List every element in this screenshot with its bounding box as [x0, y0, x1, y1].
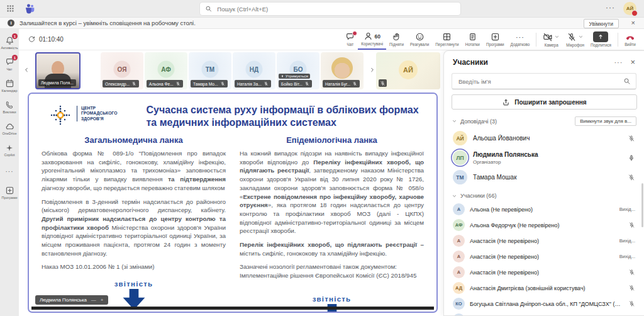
- mic-off-icon[interactable]: [628, 174, 635, 181]
- mic-off-icon[interactable]: [628, 269, 635, 276]
- toolbar-share-button[interactable]: Поділитися: [587, 29, 614, 50]
- sidebar-item-copilot[interactable]: Copilot: [0, 140, 19, 160]
- sidebar-item-calls[interactable]: Виклики: [0, 97, 19, 117]
- sidebar-item-more[interactable]: ···: [0, 161, 19, 181]
- activity-badge: 1: [12, 33, 18, 39]
- video-tile[interactable]: ТМ Тамара Мо...: [189, 52, 231, 89]
- toolbar-view-button[interactable]: Переглянути: [432, 29, 462, 50]
- mic-off-icon[interactable]: [628, 135, 635, 142]
- toolbar-chat-button[interactable]: Чат: [342, 29, 358, 50]
- mic-on-icon[interactable]: [628, 154, 635, 162]
- participant-row[interactable]: А Анастасія (Не перевірено): [444, 264, 644, 280]
- video-tile-speaker[interactable]: Людмила Поля...: [35, 52, 80, 89]
- sidebar-item-chat[interactable]: Чат 1: [0, 54, 19, 74]
- banner-close-icon[interactable]: ×: [631, 19, 635, 26]
- toolbar-separator: [536, 33, 536, 47]
- toolbar-camera-button[interactable]: Камера: [540, 29, 563, 50]
- mic-off-icon: [304, 81, 309, 86]
- toolbar-leave-button[interactable]: Вийти: [621, 29, 639, 50]
- filmstrip-scroll-right-icon[interactable]: [369, 66, 376, 74]
- pause-icon: [280, 74, 284, 78]
- toolbar-raise-hand-button[interactable]: Підняти: [386, 29, 407, 50]
- raise-hand-icon: [392, 32, 401, 42]
- video-tile[interactable]: НД Наталія За...: [233, 52, 275, 89]
- avatar: ТМ: [453, 170, 467, 184]
- mic-off-icon: [567, 32, 577, 42]
- panel-more-button[interactable]: ···: [614, 59, 623, 66]
- meeting-toolbar: 01:10:40 Чат 60 Користувачі Підняти Реаг…: [19, 29, 644, 50]
- video-tile[interactable]: ОЯ Олександр...: [101, 52, 143, 89]
- mic-off-icon: [220, 81, 225, 86]
- participant-row-organizer[interactable]: ЛП Людмила ПолянськаОрганізатор: [444, 148, 644, 167]
- hang-up-icon: [625, 32, 636, 42]
- panel-close-icon[interactable]: ×: [630, 57, 635, 67]
- cloud-icon: [5, 121, 14, 131]
- toolbar-notes-button[interactable]: Нотатки: [462, 29, 483, 50]
- video-tile[interactable]: БО Утримується Бойко Віт...: [277, 52, 319, 89]
- toolbar-react-button[interactable]: Реагували: [407, 29, 432, 50]
- presenters-header[interactable]: Доповідачі (3): [460, 118, 575, 125]
- participant-row[interactable]: КО Богуцька Світлана Дніпроп-ська обл., …: [444, 296, 644, 312]
- participants-panel: Учасники ··· × Поширити запрошення Допов…: [443, 50, 644, 316]
- chevron-down-icon[interactable]: [452, 118, 457, 124]
- mic-off-icon: [379, 79, 387, 87]
- right-column-heading: Епідеміологічна ланка: [240, 135, 424, 145]
- user-avatar[interactable]: АЙ: [623, 2, 636, 15]
- panel-scrollbar[interactable]: [641, 183, 643, 227]
- titlebar-more-button[interactable]: ···: [606, 3, 615, 12]
- enable-notifications-button[interactable]: Увімкнути: [584, 19, 619, 28]
- reporting-label: звітність: [240, 295, 424, 303]
- chevron-down-icon[interactable]: [554, 34, 560, 40]
- avatar: А: [453, 235, 465, 247]
- video-tile-self[interactable]: АЙ: [376, 52, 440, 89]
- app-launcher-waffle-icon[interactable]: [6, 4, 14, 13]
- participant-row[interactable]: БО Бойко Вікторія Валеріївна ОКНП Чернів…: [444, 312, 644, 316]
- participant-row[interactable]: А Анастасія (Не перевірено) Вихід...: [444, 233, 644, 249]
- expand-icon[interactable]: +: [101, 297, 104, 303]
- attendees-header[interactable]: Учасники (66): [460, 193, 636, 199]
- participant-search[interactable]: [452, 73, 636, 89]
- sidebar-item-onedrive[interactable]: OneDrive: [0, 118, 19, 138]
- search-input[interactable]: [216, 5, 455, 13]
- toolbar-separator: [618, 33, 618, 47]
- collapse-icon[interactable]: —: [91, 297, 96, 303]
- participant-row[interactable]: А Альона (Не перевірено) Вихід...: [444, 201, 644, 217]
- search-icon: [623, 77, 631, 85]
- mute-all-button[interactable]: Вимкнути звук для в...: [575, 116, 636, 126]
- camera-off-icon: [543, 32, 553, 42]
- mic-off-icon[interactable]: [628, 300, 635, 307]
- toolbar-people-button[interactable]: 60 Користувачі: [358, 29, 386, 50]
- video-tile[interactable]: АФ Альона Фе...: [145, 52, 187, 89]
- video-filmstrip: Людмила Поля... ОЯ Олександр... АФ Альон…: [19, 51, 443, 91]
- mic-off-icon[interactable]: [628, 285, 635, 291]
- video-tile[interactable]: Наталія Буг...: [321, 52, 364, 89]
- global-search[interactable]: [200, 3, 460, 15]
- participant-row[interactable]: АЙ Альоша Йованович: [444, 128, 644, 148]
- participant-row[interactable]: ТМ Тамара Мошак: [444, 167, 644, 187]
- mic-off-icon: [264, 81, 269, 86]
- toolbar-more-button[interactable]: ··· Додатково: [508, 29, 533, 50]
- participant-row[interactable]: А Анастасія (Не перевірено) Вихід...: [444, 249, 644, 264]
- sidebar-item-apps[interactable]: Програми: [0, 183, 19, 203]
- share-invite-icon: [502, 98, 510, 106]
- sidebar-item-calendar[interactable]: Календар: [0, 76, 19, 96]
- chevron-down-icon[interactable]: [578, 34, 584, 40]
- avatar-photo: [331, 57, 353, 79]
- presenter-name-pill[interactable]: Людмила Полянська — +: [35, 295, 108, 305]
- slide-column-left: Загальномедична ланка Облікова форма № 0…: [42, 134, 226, 313]
- teams-logo-icon[interactable]: [25, 3, 35, 14]
- participant-search-input[interactable]: [457, 77, 619, 86]
- mic-off-icon[interactable]: [628, 222, 635, 229]
- participant-count: 60: [374, 33, 380, 40]
- chevron-down-icon[interactable]: [452, 193, 457, 199]
- toolbar-mic-button[interactable]: Мікрофон: [563, 29, 587, 50]
- participant-row[interactable]: АФ Альона Федорчук (Не перевірено): [444, 217, 644, 233]
- participant-row[interactable]: АД Анастасія Дмитрієва (зовнішній корист…: [444, 280, 644, 296]
- share-up-icon: [593, 31, 608, 42]
- sidebar-item-activity[interactable]: Активність 1: [0, 33, 19, 53]
- filmstrip-scroll-left-icon[interactable]: [23, 66, 30, 74]
- share-invite-button[interactable]: Поширити запрошення: [452, 94, 637, 110]
- meeting-timer[interactable]: 01:10:40: [28, 35, 64, 43]
- toolbar-apps-button[interactable]: Програми: [483, 29, 508, 50]
- chat-notification-dot: [352, 31, 357, 36]
